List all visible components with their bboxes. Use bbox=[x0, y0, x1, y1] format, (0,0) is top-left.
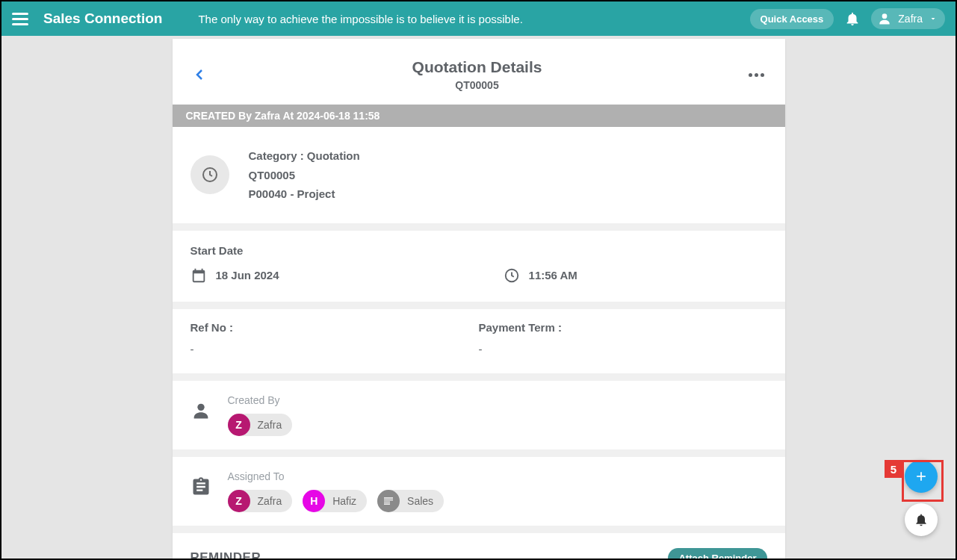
person-chip-name: Zafra bbox=[258, 419, 282, 431]
refno-label: Ref No : bbox=[191, 321, 479, 334]
start-date-value: 18 Jun 2024 bbox=[191, 267, 279, 284]
user-name: Zafra bbox=[898, 13, 923, 25]
page-subtitle: QT00005 bbox=[208, 79, 746, 91]
user-menu[interactable]: Zafra bbox=[871, 8, 945, 29]
tagline-text: The only way to achieve the impossible i… bbox=[198, 13, 749, 25]
person-chip-name: Zafra bbox=[258, 495, 282, 507]
ref-payment-section: Ref No : - Payment Term : - bbox=[173, 309, 785, 373]
time-icon bbox=[504, 267, 520, 284]
assigned-to-section: Assigned To ZZafraHHafizSales bbox=[173, 457, 785, 526]
category-section: Category : Quotation QT00005 P00040 - Pr… bbox=[173, 127, 785, 223]
chevron-down-icon bbox=[929, 14, 938, 23]
start-date-label: Start Date bbox=[191, 244, 767, 257]
user-avatar-icon bbox=[877, 11, 892, 26]
created-info-bar: CREATED By Zafra At 2024-06-18 11:58 bbox=[173, 105, 785, 127]
payment-value: - bbox=[479, 343, 767, 355]
plus-icon bbox=[914, 469, 929, 484]
person-chip-name: Hafiz bbox=[332, 495, 356, 507]
add-fab-button[interactable] bbox=[905, 460, 938, 493]
content-area: Quotation Details QT00005 CREATED By Zaf… bbox=[1, 36, 956, 559]
person-icon bbox=[191, 400, 211, 421]
created-by-section: Created By ZZafra bbox=[173, 381, 785, 449]
category-text: Category : Quotation QT00005 P00040 - Pr… bbox=[249, 146, 360, 204]
payment-label: Payment Term : bbox=[479, 321, 767, 334]
assignment-icon bbox=[191, 476, 211, 497]
person-badge: Z bbox=[228, 414, 250, 436]
notification-bell-icon[interactable] bbox=[844, 10, 861, 27]
quick-access-button[interactable]: Quick Access bbox=[750, 9, 834, 29]
reminder-heading: REMINDER bbox=[191, 550, 261, 559]
created-by-label: Created By bbox=[228, 394, 293, 406]
category-line2: QT00005 bbox=[249, 166, 360, 185]
page-title: Quotation Details bbox=[208, 58, 746, 76]
reminder-section: REMINDER Attach Reminder bbox=[173, 533, 785, 559]
person-badge: Z bbox=[228, 490, 250, 512]
top-bar: Sales Connection The only way to achieve… bbox=[1, 1, 956, 36]
calendar-icon bbox=[191, 267, 207, 284]
clock-icon bbox=[191, 155, 229, 194]
alerts-fab-button[interactable] bbox=[905, 503, 938, 536]
person-chip[interactable]: Sales bbox=[377, 490, 444, 512]
category-line3: P00040 - Project bbox=[249, 184, 360, 204]
bell-icon bbox=[914, 512, 929, 527]
detail-card: Quotation Details QT00005 CREATED By Zaf… bbox=[173, 39, 785, 559]
person-chip-name: Sales bbox=[407, 495, 433, 507]
assigned-to-label: Assigned To bbox=[228, 470, 445, 482]
start-time-value: 11:56 AM bbox=[504, 267, 577, 284]
back-button[interactable] bbox=[191, 66, 208, 84]
svg-point-0 bbox=[882, 13, 888, 19]
attach-reminder-button[interactable]: Attach Reminder bbox=[668, 548, 766, 559]
person-chip[interactable]: ZZafra bbox=[228, 490, 293, 512]
category-line1: Category : Quotation bbox=[249, 146, 360, 166]
person-badge bbox=[377, 490, 400, 512]
svg-point-3 bbox=[197, 403, 204, 410]
brand-title: Sales Connection bbox=[43, 10, 162, 27]
person-badge: H bbox=[303, 490, 325, 512]
person-chip[interactable]: ZZafra bbox=[228, 414, 293, 436]
refno-value: - bbox=[191, 343, 479, 355]
hamburger-menu-icon[interactable] bbox=[12, 10, 30, 28]
page-title-block: Quotation Details QT00005 bbox=[208, 58, 746, 91]
more-options-button[interactable] bbox=[746, 66, 767, 84]
person-chip[interactable]: HHafiz bbox=[303, 490, 367, 512]
card-header: Quotation Details QT00005 bbox=[173, 39, 785, 105]
fab-container bbox=[905, 460, 938, 536]
start-date-section: Start Date 18 Jun 2024 11:56 AM bbox=[173, 231, 785, 302]
